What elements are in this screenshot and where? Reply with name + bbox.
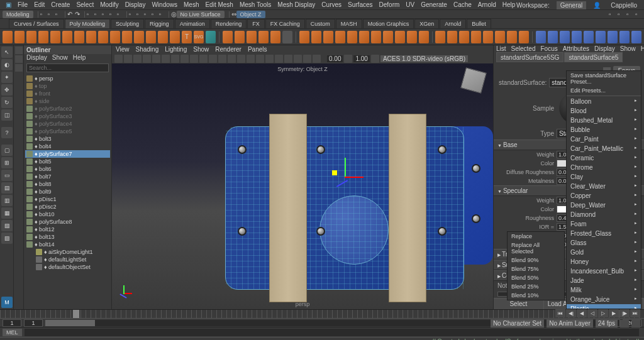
poly-gear-icon[interactable] — [146, 31, 156, 43]
preset-item[interactable]: Glass▸ — [567, 238, 641, 248]
preset-item[interactable]: Bubble▸ — [567, 125, 641, 134]
circularize-icon[interactable] — [536, 31, 546, 43]
menu-file[interactable]: File — [14, 1, 31, 8]
attr-menu-selected[interactable]: Selected — [511, 45, 536, 52]
triangulate-icon[interactable] — [596, 31, 606, 43]
shelf-tab-rendering[interactable]: Rendering — [211, 19, 247, 28]
poly-pyramid-icon[interactable] — [98, 31, 108, 43]
flip-icon[interactable] — [407, 31, 417, 43]
poly-svg-icon[interactable]: SVG — [194, 31, 204, 43]
undo-icon[interactable]: ↶ — [67, 11, 75, 18]
outliner-item[interactable]: ♦ pDisc1 — [25, 195, 110, 203]
menu-mesh-display[interactable]: Mesh Display — [274, 1, 318, 8]
vp-menu-lighting[interactable]: Lighting — [165, 46, 187, 53]
attr-tab-sg[interactable]: standardSurface5SG — [496, 52, 564, 62]
vp-ao-icon[interactable] — [275, 55, 283, 63]
preset-item[interactable]: Brushed_Metal▸ — [567, 116, 641, 125]
preset-item[interactable]: Jade▸ — [567, 276, 641, 285]
layout-persp-icon[interactable]: ▭ — [1, 170, 13, 181]
preset-item[interactable]: Gold▸ — [567, 248, 641, 257]
shelf-tab-fx[interactable]: FX — [247, 19, 265, 28]
outliner-item[interactable]: ♦ aiSkyDomeLight1 — [25, 248, 110, 256]
poly-plane-icon[interactable] — [62, 31, 72, 43]
layout-hyper-icon[interactable]: ▦ — [1, 207, 13, 219]
outliner-item[interactable]: ♦ bolt13 — [25, 233, 110, 241]
redo-icon[interactable]: ↷ — [75, 11, 82, 18]
sculpt-icon[interactable] — [584, 31, 594, 43]
replace-item[interactable]: Blend 75% — [508, 265, 564, 273]
vp-colorspace-dropdown[interactable]: ACES 1.0 SDR-video (sRGB) — [380, 55, 468, 62]
replace-item[interactable]: Replace — [508, 232, 564, 241]
poly-type-icon[interactable]: T — [182, 31, 192, 43]
poly-sphere-icon[interactable] — [3, 31, 13, 43]
symmetry-dropdown[interactable]: Object Z — [236, 11, 265, 18]
char-set-dropdown[interactable]: No Character Set — [491, 319, 544, 327]
vp-xray-joints-icon[interactable] — [313, 55, 321, 63]
vp-isolate-icon[interactable] — [294, 55, 302, 63]
poly-platonic-icon[interactable] — [86, 31, 96, 43]
vp-bookmark-icon[interactable] — [124, 55, 132, 63]
append-poly-icon[interactable] — [435, 31, 445, 43]
preset-save[interactable]: Save standardSurface Preset... — [567, 71, 641, 86]
outliner-item[interactable]: ♦ polySurface2 — [25, 105, 110, 112]
viewport-canvas[interactable]: Symmetry: Object Z — [112, 63, 493, 309]
attr-menu-help[interactable]: Help — [641, 45, 644, 52]
live-surface-dropdown[interactable]: No Live Surface — [177, 11, 225, 18]
range-in-field[interactable]: 1 — [24, 319, 43, 327]
quadrangulate-icon[interactable] — [608, 31, 618, 43]
collapse-icon[interactable] — [335, 31, 345, 43]
shelf-tab-animation[interactable]: Animation — [175, 19, 210, 28]
shelf-tab-fx-caching[interactable]: FX Caching — [265, 19, 305, 28]
workspace-dropdown[interactable]: General — [557, 1, 587, 9]
menu-edit[interactable]: Edit — [31, 1, 48, 8]
mode-dropdown[interactable]: Modeling — [3, 11, 33, 18]
boolean-icon[interactable] — [258, 31, 269, 43]
combine-icon[interactable] — [223, 31, 233, 43]
mirror-icon[interactable] — [270, 31, 280, 43]
vp-gamma-field[interactable]: 1.00 — [353, 55, 369, 62]
poly-super-icon[interactable] — [170, 31, 180, 43]
play-forward-icon[interactable]: ▷ — [598, 309, 608, 317]
layout-outliner-icon[interactable]: ▤ — [1, 182, 13, 194]
attr-menu-attributes[interactable]: Attributes — [563, 45, 589, 52]
preset-edit[interactable]: Edit Presets... — [567, 86, 641, 95]
preset-item[interactable]: Car_Paint_Metallic▸ — [567, 144, 641, 153]
replace-item[interactable]: Replace All Selected — [508, 241, 564, 256]
shelf-tab-rigging[interactable]: Rigging — [145, 19, 174, 28]
toggle-modeling-icon[interactable]: ▫ — [635, 11, 644, 18]
vp-gamma-icon[interactable] — [371, 55, 379, 63]
file-save-icon[interactable]: ▫ — [55, 11, 63, 18]
separate-icon[interactable] — [235, 31, 245, 43]
attr-menu-list[interactable]: List — [496, 45, 506, 52]
connect-icon[interactable] — [347, 31, 357, 43]
rotate-tool-icon[interactable]: ↻ — [1, 97, 13, 108]
vp-menu-panels[interactable]: Panels — [248, 46, 267, 53]
signin-icon[interactable]: 👤 — [590, 2, 604, 9]
detach-icon[interactable] — [359, 31, 369, 43]
poly-torus-icon[interactable] — [50, 31, 60, 43]
preset-item[interactable]: Deep_Water▸ — [567, 200, 641, 210]
shelf-tab-arnold[interactable]: Arnold — [440, 19, 466, 28]
preset-item[interactable]: Balloon▸ — [567, 97, 641, 106]
poly-prism-icon[interactable] — [110, 31, 120, 43]
preset-item[interactable]: Clear_Water▸ — [567, 182, 641, 191]
poke-icon[interactable] — [495, 31, 505, 43]
menu-select[interactable]: Select — [73, 1, 97, 8]
replace-item[interactable]: Blend 90% — [508, 256, 564, 265]
preset-item[interactable]: Milk▸ — [567, 285, 641, 295]
bevel-icon[interactable] — [323, 31, 333, 43]
file-new-icon[interactable]: ▫ — [40, 11, 48, 18]
outliner-item[interactable]: ♦ bolt8 — [25, 180, 110, 188]
attr-tab-surface[interactable]: standardSurface5 — [564, 52, 623, 62]
snap-point-icon[interactable]: ▫ — [144, 11, 152, 18]
outliner-item[interactable]: ♦ pDisc2 — [25, 203, 110, 211]
vp-shadows-icon[interactable] — [265, 55, 274, 63]
step-back-icon[interactable]: ◀ — [577, 309, 587, 317]
menu-curves[interactable]: Curves — [318, 1, 345, 8]
vp-gate-mask-icon[interactable] — [190, 55, 198, 63]
sel-uv-icon[interactable]: ▫ — [117, 11, 125, 18]
attr-menu-show[interactable]: Show — [620, 45, 636, 52]
edge-flow-icon[interactable] — [395, 31, 405, 43]
poly-cube-icon[interactable] — [14, 31, 25, 43]
slide-edge-icon[interactable] — [519, 31, 529, 43]
